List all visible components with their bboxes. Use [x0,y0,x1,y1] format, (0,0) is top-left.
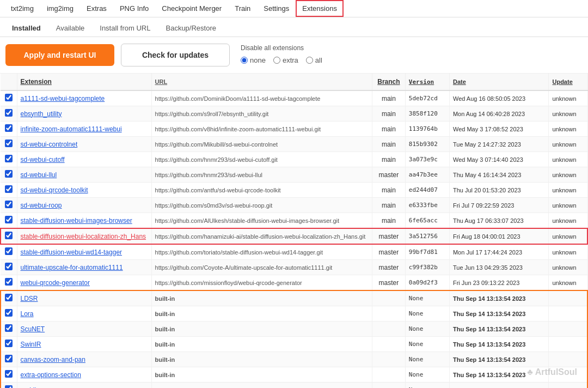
extension-update [549,337,587,352]
nav-img2img[interactable]: img2img [40,0,80,17]
table-row: infinite-zoom-automatic1111-webuihttps:/… [1,122,587,137]
extension-name[interactable]: ebsynth_utility [21,110,62,118]
extension-name[interactable]: sd-webui-roop [21,202,62,209]
extension-checkbox[interactable] [5,124,13,132]
extension-update: unknown [549,183,587,198]
extension-name[interactable]: canvas-zoom-and-pan [21,356,85,363]
nav-txt2img[interactable]: txt2img [4,0,40,17]
nav-checkpoint-merger[interactable]: Checkpoint Merger [155,0,228,17]
extension-name[interactable]: ultimate-upscale-for-automatic1111 [21,264,123,271]
extension-checkbox[interactable] [5,355,13,362]
table-row: ScuNETbuilt-inNoneThu Sep 14 13:13:54 20… [1,322,587,337]
extension-update [549,367,587,383]
radio-all-label[interactable]: all [306,56,322,64]
extension-name[interactable]: sd-webui-cutoff [21,156,65,163]
extension-url: built-in [151,337,372,352]
extension-name[interactable]: sd-webui-qrcode-toolkit [21,186,88,194]
extension-url: https://github.com/hnmr293/sd-webui-llul [151,167,372,183]
extension-url: built-in [151,367,372,383]
apply-restart-button[interactable]: Apply and restart UI [5,44,114,66]
extension-name[interactable]: ScuNET [21,325,45,333]
radio-none[interactable] [241,57,248,64]
extension-date: Tue May 2 14:27:32 2023 [449,137,549,152]
extension-name[interactable]: mobile [21,386,40,389]
col-extension[interactable]: Extension [17,74,151,90]
extension-url: https://github.com/toriato/stable-diffus… [151,244,372,260]
top-navigation: txt2img img2img Extras PNG Info Checkpoi… [0,0,588,17]
extension-update: unknown [549,260,587,275]
extension-version: c99f382b [405,260,449,275]
extension-checkbox[interactable] [5,309,13,317]
nav-extensions[interactable]: Extensions [296,0,344,17]
extension-url: https://github.com/antfu/sd-webui-qrcode… [151,183,372,198]
extension-name[interactable]: sd-webui-llul [21,171,57,179]
extension-name[interactable]: stable-diffusion-webui-wd14-tagger [21,248,122,256]
extension-name[interactable]: infinite-zoom-automatic1111-webui [21,125,122,133]
extension-checkbox[interactable] [5,185,13,193]
extension-name[interactable]: webui-qrcode-generator [21,279,90,287]
nav-train[interactable]: Train [228,0,257,17]
table-row: stable-diffusion-webui-localization-zh_H… [1,228,587,244]
extension-checkbox[interactable] [5,232,13,239]
radio-extra-label[interactable]: extra [273,56,298,64]
extension-checkbox[interactable] [5,294,13,301]
extension-update: unknown [549,137,587,152]
col-date[interactable]: Date [449,74,549,90]
tab-install-from-url[interactable]: Install from URL [92,21,158,37]
extension-name[interactable]: stable-diffusion-webui-localization-zh_H… [21,233,146,240]
extension-checkbox[interactable] [5,140,13,147]
extension-checkbox[interactable] [5,340,13,347]
extension-url: https://github.com/v8hid/infinite-zoom-a… [151,122,372,137]
extensions-table-container: Extension URL Branch Version Date Update… [0,74,588,388]
tab-installed[interactable]: Installed [4,21,48,37]
extension-checkbox[interactable] [5,385,13,388]
extension-checkbox[interactable] [5,216,13,223]
extension-name[interactable]: stable-diffusion-webui-images-browser [21,217,132,225]
table-row: sd-webui-roophttps://github.com/s0md3v/s… [1,198,587,213]
extension-checkbox[interactable] [5,278,13,286]
table-row: SwinIRbuilt-inNoneThu Sep 14 13:13:54 20… [1,337,587,352]
extension-checkbox[interactable] [5,155,13,162]
extension-checkbox[interactable] [5,370,13,378]
extension-version: None [405,337,449,352]
extension-url: built-in [151,322,372,337]
col-version[interactable]: Version [405,74,449,90]
col-branch[interactable]: Branch [372,74,405,90]
extension-name[interactable]: extra-options-section [21,371,81,379]
extension-date: Mon Aug 14 06:40:28 2023 [449,106,549,122]
extension-checkbox[interactable] [5,263,13,270]
tab-available[interactable]: Available [48,21,93,37]
extension-branch: main [372,106,405,122]
extension-date: Wed Aug 16 08:50:05 2023 [449,90,549,106]
extension-name[interactable]: LDSR [21,295,38,302]
table-row: sd-webui-qrcode-toolkithttps://github.co… [1,183,587,198]
col-update[interactable]: Update [549,74,587,90]
check-updates-button[interactable]: Check for updates [121,44,230,66]
extension-checkbox[interactable] [5,324,13,332]
extension-checkbox[interactable] [5,201,13,208]
controls-row: Apply and restart UI Check for updates D… [0,37,588,74]
extension-name[interactable]: sd-webui-controlnet [21,141,78,148]
extensions-table: Extension URL Branch Version Date Update… [0,74,588,388]
extension-date: Tue Jun 13 04:29:35 2023 [449,260,549,275]
tab-backup-restore[interactable]: Backup/Restore [158,21,224,37]
extension-name[interactable]: Lora [21,310,34,318]
extension-name[interactable]: a1111-sd-webui-tagcomplete [21,95,105,102]
extension-branch: master [372,228,405,244]
radio-all[interactable] [306,57,313,64]
nav-extras[interactable]: Extras [80,0,113,17]
extension-date: Fri Jun 23 09:13:22 2023 [449,275,549,291]
extension-name[interactable]: SwinIR [21,341,41,348]
extension-checkbox[interactable] [5,94,13,101]
nav-settings[interactable]: Settings [257,0,296,17]
extension-checkbox[interactable] [5,170,13,178]
extension-branch [372,352,405,367]
extension-update: unknown [549,228,587,244]
extension-checkbox[interactable] [5,109,13,117]
nav-png-info[interactable]: PNG Info [113,0,155,17]
extension-checkbox[interactable] [5,247,13,255]
col-url: URL [151,74,372,90]
radio-none-label[interactable]: none [241,56,266,64]
radio-extra[interactable] [273,57,280,64]
extension-url: built-in [151,383,372,389]
